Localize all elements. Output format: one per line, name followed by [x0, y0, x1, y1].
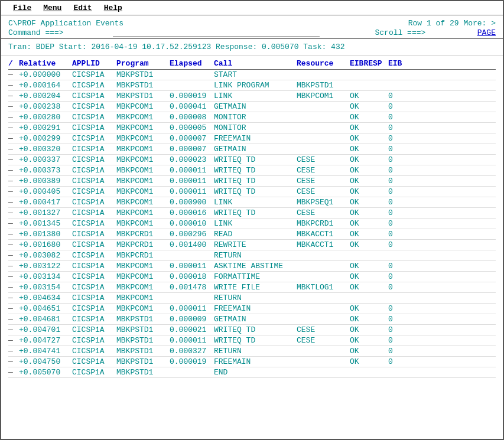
row-elapsed: 0.000019 — [170, 92, 214, 100]
row-applid: CICSP1A — [72, 92, 116, 100]
row-indicator: — — [8, 187, 19, 196]
row-applid: CICSP1A — [72, 166, 116, 175]
row-elapsed: 0.001400 — [170, 240, 214, 249]
row-resource: MBKTLOG1 — [297, 283, 350, 292]
row-program: MBKPCOM1 — [116, 134, 170, 143]
row-eib: 0 — [388, 240, 406, 249]
table-row[interactable]: — +0.000405 CICSP1A MBKPCOM1 0.000011 WR… — [8, 187, 496, 197]
row-eibresp: OK — [350, 283, 388, 292]
row-indicator: — — [8, 368, 19, 377]
row-eibresp: OK — [350, 102, 388, 111]
table-row[interactable]: — +0.004651 CICSP1A MBKPCOM1 0.000011 FR… — [8, 304, 496, 314]
row-call: WRITE FILE — [214, 283, 297, 292]
row-eibresp: OK — [350, 208, 388, 217]
table-row[interactable]: — +0.000299 CICSP1A MBKPCOM1 0.000007 FR… — [8, 133, 496, 144]
row-applid: CICSP1A — [72, 240, 116, 249]
row-call: RETURN — [214, 347, 297, 356]
row-elapsed: 0.000009 — [170, 315, 214, 324]
row-eib: 0 — [388, 177, 406, 185]
row-relative: +0.000417 — [19, 198, 72, 207]
table-row[interactable]: — +0.000337 CICSP1A MBKPCOM1 0.000023 WR… — [8, 155, 496, 165]
table-row[interactable]: — +0.003082 CICSP1A MBKPCRD1 RETURN — [8, 250, 496, 261]
row-applid: CICSP1A — [72, 262, 116, 270]
row-resource: CESE — [297, 336, 350, 345]
command-label: Command ===> — [8, 28, 64, 37]
table-row[interactable]: — +0.004750 CICSP1A MBKPSTD1 0.000019 FR… — [8, 357, 496, 367]
row-elapsed: 0.000011 — [170, 304, 214, 313]
table-row[interactable]: — +0.000204 CICSP1A MBKPSTD1 0.000019 LI… — [8, 91, 496, 102]
table-row[interactable]: — +0.003154 CICSP1A MBKPCOM1 0.001478 WR… — [8, 282, 496, 293]
row-relative: +0.001345 — [19, 219, 72, 228]
scroll-value[interactable]: PAGE — [477, 28, 496, 37]
command-input[interactable] — [113, 28, 320, 37]
menu-help[interactable]: Help — [104, 4, 122, 12]
row-applid: CICSP1A — [72, 294, 116, 302]
table-row[interactable]: — +0.005070 CICSP1A MBKPSTD1 END — [8, 367, 496, 378]
scroll-label: Scroll ===> — [375, 28, 426, 37]
row-eibresp: OK — [350, 315, 388, 324]
row-applid: CICSP1A — [72, 134, 116, 143]
table-row[interactable]: — +0.000000 CICSP1A MBKPSTD1 START — [8, 70, 496, 80]
row-elapsed: 0.000005 — [170, 123, 214, 132]
row-relative: +0.005070 — [19, 368, 72, 377]
table-row[interactable]: — +0.003134 CICSP1A MBKPCOM1 0.000018 FO… — [8, 272, 496, 282]
row-indicator: — — [8, 315, 19, 324]
col-header-eibresp: EIBRESP — [350, 59, 388, 68]
row-program: MBKPCRD1 — [116, 251, 170, 260]
row-indicator: — — [8, 92, 19, 100]
row-call: LINK — [214, 219, 297, 228]
row-eib: 0 — [388, 325, 406, 334]
row-elapsed: 0.000011 — [170, 177, 214, 185]
row-indicator: — — [8, 198, 19, 207]
row-eibresp: OK — [350, 304, 388, 313]
menu-file[interactable]: File — [13, 4, 31, 12]
table-row[interactable]: — +0.000280 CICSP1A MBKPCOM1 0.000008 MO… — [8, 112, 496, 123]
row-program: MBKPCOM1 — [116, 123, 170, 132]
table-row[interactable]: — +0.003122 CICSP1A MBKPCOM1 0.000011 AS… — [8, 261, 496, 272]
table-row[interactable]: — +0.000164 CICSP1A MBKPSTD1 LINK PROGRA… — [8, 80, 496, 91]
row-applid: CICSP1A — [72, 357, 116, 366]
row-call: GETMAIN — [214, 315, 297, 324]
table-row[interactable]: — +0.000389 CICSP1A MBKPCOM1 0.000011 WR… — [8, 176, 496, 187]
row-elapsed: 0.000021 — [170, 325, 214, 334]
table-row[interactable]: — +0.004701 CICSP1A MBKPSTD1 0.000021 WR… — [8, 325, 496, 335]
row-program: MBKPCOM1 — [116, 198, 170, 207]
header-section: C\PROF Application Events Row 1 of 29 Mo… — [1, 15, 503, 39]
row-call: REWRITE — [214, 240, 297, 249]
row-eibresp: OK — [350, 145, 388, 154]
row-eibresp: OK — [350, 357, 388, 366]
row-call: START — [214, 70, 297, 79]
table-row[interactable]: — +0.004634 CICSP1A MBKPCOM1 RETURN — [8, 293, 496, 304]
row-program: MBKPCOM1 — [116, 208, 170, 217]
row-applid: CICSP1A — [72, 208, 116, 217]
table-row[interactable]: — +0.000291 CICSP1A MBKPCOM1 0.000005 MO… — [8, 123, 496, 133]
header-row1: C\PROF Application Events Row 1 of 29 Mo… — [8, 19, 496, 28]
row-call: LINK — [214, 198, 297, 207]
menu-edit[interactable]: Edit — [73, 4, 92, 12]
table-row[interactable]: — +0.004741 CICSP1A MBKPSTD1 0.000327 RE… — [8, 346, 496, 357]
table-row[interactable]: — +0.001345 CICSP1A MBKPCOM1 0.000010 LI… — [8, 219, 496, 229]
table-row[interactable]: — +0.001380 CICSP1A MBKPCRD1 0.000296 RE… — [8, 229, 496, 240]
row-call: FREEMAIN — [214, 134, 297, 143]
table-row[interactable]: — +0.000320 CICSP1A MBKPCOM1 0.000007 GE… — [8, 144, 496, 155]
menu-menu[interactable]: Menu — [43, 4, 61, 12]
row-call: READ — [214, 230, 297, 239]
table-row[interactable]: — +0.004681 CICSP1A MBKPSTD1 0.000009 GE… — [8, 314, 496, 325]
table-row[interactable]: — +0.000417 CICSP1A MBKPCOM1 0.000900 LI… — [8, 197, 496, 208]
row-elapsed: 0.000008 — [170, 113, 214, 122]
row-info: Row 1 of 29 More: > — [408, 19, 496, 28]
row-call: GETMAIN — [214, 102, 297, 111]
row-elapsed: 0.000041 — [170, 102, 214, 111]
row-eib: 0 — [388, 315, 406, 324]
table-row[interactable]: — +0.000373 CICSP1A MBKPCOM1 0.000011 WR… — [8, 165, 496, 176]
row-program: MBKPCOM1 — [116, 177, 170, 185]
row-call: WRITEQ TD — [214, 336, 297, 345]
table-row[interactable]: — +0.001327 CICSP1A MBKPCOM1 0.000016 WR… — [8, 208, 496, 219]
table-row[interactable]: — +0.004727 CICSP1A MBKPSTD1 0.000011 WR… — [8, 335, 496, 346]
table-container: / Relative APPLID Program Elapsed Call R… — [1, 56, 503, 378]
table-row[interactable]: — +0.000238 CICSP1A MBKPCOM1 0.000041 GE… — [8, 102, 496, 112]
row-resource: CESE — [297, 177, 350, 185]
table-row[interactable]: — +0.001680 CICSP1A MBKPCRD1 0.001400 RE… — [8, 240, 496, 250]
row-applid: CICSP1A — [72, 368, 116, 377]
row-eibresp: OK — [350, 272, 388, 281]
